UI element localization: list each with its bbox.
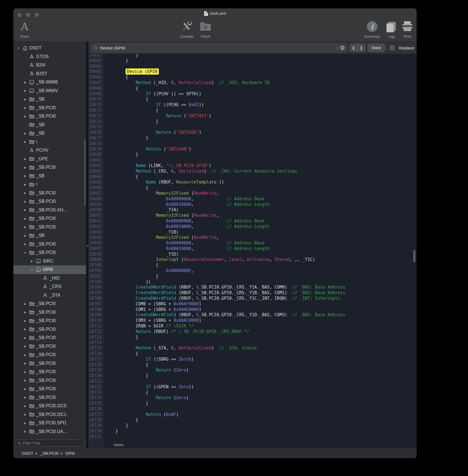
breadcrumb-item-gpi0[interactable]: GPI0 [65,451,75,456]
disclosure-triangle-icon[interactable]: ▶ [22,370,28,373]
sidebar-item-crs[interactable]: _CRS [13,282,86,291]
sidebar-item-sta[interactable]: _STA [13,291,86,300]
disclosure-triangle-icon[interactable]: ▶ [22,311,28,314]
sidebar-item-sbpci0[interactable]: ▶_SB.PCI0 [13,163,86,172]
disclosure-triangle-icon[interactable]: ▶ [22,430,28,433]
sidebar-item-sbpci0[interactable]: ▶_SB.PCI0 [13,342,86,351]
patch-button[interactable]: ⚙ Patch [194,20,217,39]
sidebar-item-dsdt[interactable]: ▼DSDT [13,44,86,53]
sidebar-item-pchv[interactable]: PCHV [13,146,86,155]
disclosure-triangle-icon[interactable]: ▶ [22,89,28,92]
sidebar-item-sbpci0[interactable]: ▼_SB.PCI0 [13,248,86,257]
sidebar-item-sbpci0[interactable]: ▶_SB.PCI0 [13,325,86,334]
sidebar-item-sbpci0spi1[interactable]: ▶_SB.PCI0.SPI1 [13,419,86,427]
disclosure-triangle-icon[interactable]: ▶ [22,132,28,135]
sidebar-item-sbpci0[interactable]: ▶_SB.PCI0 [13,376,86,385]
sidebar-item-sbpci0[interactable]: ▶_SB.PCI0 [13,197,86,206]
disclosure-triangle-icon[interactable]: ▶ [22,183,28,186]
disclosure-triangle-icon[interactable]: ▶ [22,81,28,84]
disclosure-triangle-icon[interactable]: ▶ [22,225,28,229]
breadcrumb-item-sbpci0[interactable]: _SB.PCI0 [40,451,58,456]
disclosure-triangle-icon[interactable]: ▶ [22,387,28,391]
title-bar[interactable]: dsdt.aml [13,8,417,18]
sidebar-item-sbpci0[interactable]: ▶_SB.PCI0 [13,316,86,325]
sidebar-item-sbpci0[interactable]: ▶_SB.PCI0 [13,351,86,359]
disclosure-triangle-icon[interactable]: ▼ [29,268,35,271]
sidebar-item-b2st[interactable]: B2ST [13,70,86,78]
replace-checkbox[interactable] [390,45,394,50]
print-button[interactable]: Print [396,20,417,39]
sidebar-item-sbpci0[interactable]: ▶_SB.PCI0 [13,385,86,393]
disclosure-triangle-icon[interactable]: ▶ [22,345,28,348]
sidebar-item-gpi0[interactable]: ▼GPI0 [13,265,86,274]
next-match-button[interactable]: ❯ [358,44,365,51]
disclosure-triangle-icon[interactable]: ▶ [22,242,28,246]
sidebar-item-sbpci0xh[interactable]: ▶_SB.PCI0.XH... [13,206,86,215]
disclosure-triangle-icon[interactable]: ▶ [22,234,28,237]
sidebar-item-sbpci0[interactable]: ▶_SB.PCI0 [13,104,86,112]
disclosure-triangle-icon[interactable]: ▶ [22,379,28,382]
disclosure-triangle-icon[interactable]: ▶ [22,404,28,408]
sidebar-item-sbpci0[interactable]: ▶_SB.PCI0 [13,112,86,121]
sidebar-item-sbpci0[interactable]: ▶_SB.PCI0 [13,334,86,342]
sidebar-item-sbpci0ua[interactable]: ▶_SB.PCI0.UA... [13,427,86,436]
sidebar-item-sbpci0[interactable]: ▶_SB.PCI0 [13,240,86,249]
sidebar-item-sbpci0[interactable]: ▶_SB.PCI0 [13,189,86,197]
sidebar-item-hid[interactable]: _HID [13,274,86,283]
disclosure-triangle-icon[interactable]: ▶ [22,319,28,322]
sidebar-item-sb[interactable]: ▶_SB [13,172,86,180]
disclosure-triangle-icon[interactable]: ▼ [22,251,28,254]
sidebar-item-sbpci0[interactable]: ▶_SB.PCI0 [13,299,86,308]
divider-handle-dot[interactable] [87,245,88,247]
disclosure-triangle-icon[interactable]: ▶ [22,396,28,399]
sidebar-item-sbpci0[interactable]: ▶_SB.PCI0 [13,393,86,402]
disclosure-triangle-icon[interactable]: ▶ [22,302,28,305]
disclosure-triangle-icon[interactable]: ▶ [22,166,28,169]
sidebar-item-[interactable]: ▶\ [13,138,86,146]
sidebar-item-sbpci0[interactable]: ▶_SB.PCI0 [13,359,86,368]
disclosure-triangle-icon[interactable]: ▶ [22,362,28,365]
disclosure-triangle-icon[interactable]: ▶ [22,208,28,211]
disclosure-triangle-icon[interactable]: ▶ [22,413,28,416]
code-editor[interactable]: 2066220663206642066520666206672066820669… [89,54,417,448]
sidebar-item-sbpci0[interactable]: ▶_SB.PCI0 [13,223,86,232]
clear-search-icon[interactable]: ✕ [340,46,345,50]
previous-match-button[interactable]: ❮ [350,44,358,51]
sidebar-item-sbpci0i2c1[interactable]: ▶_SB.PCI0.I2C1 [13,410,86,419]
sidebar-item-sbpci0i2c0[interactable]: ▶_SB.PCI0.I2C0 [13,402,86,410]
search-field[interactable]: 1 ✕ [91,44,347,52]
disclosure-triangle-icon[interactable]: ▶ [22,353,28,356]
disclosure-triangle-icon[interactable]: ▶ [22,98,28,101]
sidebar-item-sirc[interactable]: ▶SIRC [13,257,86,266]
disclosure-triangle-icon[interactable]: ▶ [22,328,28,331]
disclosure-triangle-icon[interactable]: ▶ [22,200,28,203]
sidebar-item-gpe[interactable]: ▶_GPE [13,155,86,163]
disclosure-triangle-icon[interactable]: ▶ [22,115,28,118]
horizontal-scrollbar[interactable] [114,444,124,446]
sidebar-item-sbwmiv[interactable]: ▶_SB.WMIV [13,87,86,95]
sidebar-item-sb[interactable]: ▶_SB [13,129,86,138]
search-input[interactable] [100,45,335,51]
disclosure-triangle-icon[interactable]: ▶ [22,422,28,425]
filter-tree-input[interactable]: Filter Tree [15,439,84,447]
sidebar-item-gtos[interactable]: GTOS [13,53,86,61]
fonts-button[interactable]: A Fonts [13,20,36,39]
disclosure-triangle-icon[interactable]: ▶ [22,174,28,177]
disclosure-triangle-icon[interactable]: ▶ [22,106,28,109]
code-pane[interactable]: } } Device (GPI0 { Method (_HID, 0, NotS… [103,54,417,448]
disclosure-triangle-icon[interactable]: ▶ [22,217,28,220]
disclosure-triangle-icon[interactable]: ▼ [16,47,21,50]
sidebar-item-b2i4[interactable]: B2I4 [13,61,86,70]
sidebar-item-sb[interactable]: ▶_SB [13,231,86,240]
pane-divider[interactable] [86,42,89,448]
done-button[interactable]: Done [368,44,385,52]
disclosure-triangle-icon[interactable]: ▶ [22,336,28,339]
disclosure-triangle-icon[interactable]: ▶ [22,140,28,143]
disclosure-triangle-icon[interactable]: ▶ [22,157,28,160]
vertical-scrollbar[interactable] [413,250,415,262]
sidebar-item-sbpci0[interactable]: ▶_SB.PCI0 [13,368,86,376]
sidebar-item-sbwmib[interactable]: ▶_SB.WMIB [13,78,86,87]
sidebar-item-sb[interactable]: ▶_SB [13,95,86,104]
sidebar-scrollbar[interactable] [84,140,86,206]
sidebar-item-sbpci0[interactable]: ▶_SB.PCI0 [13,308,86,317]
